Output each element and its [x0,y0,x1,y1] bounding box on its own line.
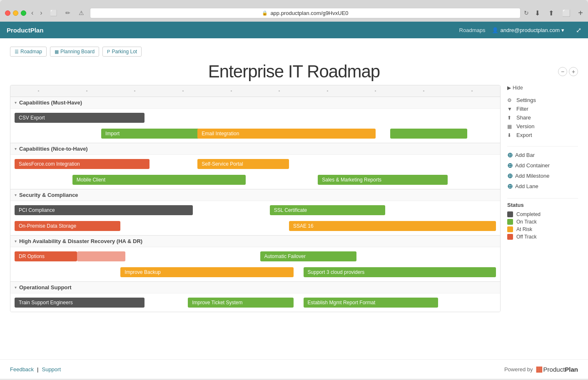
status-off-track-color [507,234,513,240]
collapse-icon[interactable]: ▾ [15,193,17,197]
edit-button[interactable]: ✏ [63,9,73,17]
bar-establish-report[interactable]: Establish Mgmt Report Format [304,298,439,308]
user-email: andre@productplan.com [500,27,560,33]
collapse-icon[interactable]: ▾ [15,147,17,151]
hide-sidebar-button[interactable]: ▶ Hide [507,85,578,91]
user-menu[interactable]: 👤 andre@productplan.com ▾ [492,27,564,33]
container-operational: ▾ Operational Support Train Support Engi… [10,282,500,312]
main-content: ☰ Roadmap ▦ Planning Board P Parking Lot… [0,38,588,359]
bar-ssae[interactable]: SSAE 16 [289,221,496,231]
collapse-icon[interactable]: ▾ [15,285,17,290]
bar-label: Improve Ticket System [192,300,242,305]
timeline-dot [134,90,135,92]
bar-ssl[interactable]: SSL Certificate [270,205,385,215]
bar-sales-marketing[interactable]: Sales & Marketing Reports [318,175,448,185]
add-bar-label: Add Bar [515,152,535,158]
timeline-dots [10,90,500,92]
settings-button[interactable]: ⚙ Settings [507,96,578,104]
filter-label: Filter [516,106,528,112]
timeline-header [10,85,500,97]
bar-dr-options-ext[interactable] [77,251,125,261]
bar-pci[interactable]: PCI Compliance [15,205,193,215]
bar-on-premise[interactable]: On-Premise Data Storage [15,221,120,231]
bar-label: DR Options [19,253,45,259]
bar-salesforce[interactable]: SalesForce.com Integration [15,159,149,169]
planning-board-tab-icon: ▦ [55,49,59,55]
new-tab-button[interactable]: + [578,8,583,18]
add-milestone-button[interactable]: ⊕ Add Milestone [507,171,578,181]
tab-parking-lot[interactable]: P Parking Lot [102,47,142,57]
bar-label: CSV Export [19,115,45,121]
timeline-dot [471,90,473,92]
download-button[interactable]: ⬇ [532,8,543,18]
collapse-icon[interactable]: ▾ [15,239,17,243]
bar-improve-ticket[interactable]: Improve Ticket System [188,298,294,308]
bar-email-integration[interactable]: Email Integration [197,129,376,139]
add-lane-icon: ⊕ [507,182,513,190]
reload-button[interactable]: ↻ [524,10,529,16]
status-on-track-label: On Track [516,219,537,225]
close-button[interactable] [5,10,10,16]
container-operational-title: Operational Support [19,284,72,291]
export-button[interactable]: ⬇ Export [507,131,578,139]
bar-automatic-failover[interactable]: Automatic Failover [260,251,356,261]
bar-self-service[interactable]: Self-Service Portal [197,159,289,169]
bar-import[interactable] [390,129,467,139]
container-security-title: Security & Compliance [19,192,78,198]
browser-chrome: ‹ › ⬜ ✏ ⚠ 🔒 app.productplan.com/g9HvxUE0… [0,0,588,22]
feedback-link[interactable]: Feedback [10,366,34,373]
add-lane-button[interactable]: ⊕ Add Lane [507,181,578,191]
bar-label: Train Support Engineers [19,300,73,305]
bar-improve-backup[interactable]: Improve Backup [120,267,294,277]
filter-button[interactable]: ▼ Filter [507,104,578,113]
forward-button[interactable]: › [38,8,44,17]
address-bar[interactable]: 🔒 app.productplan.com/g9HvxUE0 [90,8,521,18]
container-capabilities-must-title: Capabilities (Must-Have) [19,99,82,106]
parking-lot-tab-label: Parking Lot [112,49,137,55]
nav-roadmaps[interactable]: Roadmaps [459,27,486,33]
lock-icon: 🔒 [262,10,268,16]
bar-label: SalesForce.com Integration [19,161,80,167]
roadmap-tab-icon: ☰ [15,49,19,55]
app-nav: Roadmaps 👤 andre@productplan.com ▾ ⤢ [459,26,581,34]
status-completed: Completed [507,211,578,218]
status-on-track-color [507,219,513,225]
new-window-button[interactable]: ⬜ [560,8,573,18]
bar-label: Mobile Client [77,177,105,183]
sidebar-divider [507,146,578,147]
app-bar: ProductPlan Roadmaps 👤 andre@productplan… [0,22,588,38]
add-bar-button[interactable]: ⊕ Add Bar [507,150,578,160]
status-at-risk-color [507,226,513,232]
minimize-button[interactable] [13,10,18,16]
settings-label: Settings [516,97,536,103]
bar-row: Import Email Integration [15,128,496,139]
container-security-rows: PCI Compliance SSL Certificate On-Premis… [10,201,500,235]
back-button[interactable]: ‹ [30,8,35,17]
productplan-logo: ▦ ProductPlan [536,365,578,374]
bar-label: SSAE 16 [293,223,314,229]
bar-mobile-client[interactable]: Mobile Client [72,175,246,185]
status-at-risk-label: At Risk [516,226,532,232]
user-icon: 👤 [492,27,498,33]
alert-button[interactable]: ⚠ [76,9,87,17]
share-button[interactable]: ⬆ Share [507,113,578,122]
bar-train-support[interactable]: Train Support Engineers [15,298,145,308]
settings-icon: ⚙ [507,97,514,103]
bar-csv-export[interactable]: CSV Export [15,113,145,123]
tab-planning-board[interactable]: ▦ Planning Board [50,47,99,57]
collapse-icon[interactable]: ▾ [15,100,17,105]
zoom-in-button[interactable]: + [569,67,578,76]
maximize-button[interactable] [21,10,26,16]
fullscreen-button[interactable]: ⤢ [576,26,581,34]
add-lane-label: Add Lane [515,183,538,189]
sidebar-toggle-button[interactable]: ⬜ [47,9,60,17]
bar-support-cloud[interactable]: Support 3 cloud providers [304,267,496,277]
zoom-out-button[interactable]: − [558,67,567,76]
add-container-button[interactable]: ⊕ Add Container [507,160,578,171]
bar-dr-options[interactable]: DR Options [15,251,77,261]
share-browser-button[interactable]: ⬆ [546,8,556,18]
bar-row: SalesForce.com Integration Self-Service … [15,158,496,170]
tab-roadmap[interactable]: ☰ Roadmap [10,47,47,57]
support-link[interactable]: Support [42,366,61,373]
version-button[interactable]: ▦ Version [507,122,578,131]
